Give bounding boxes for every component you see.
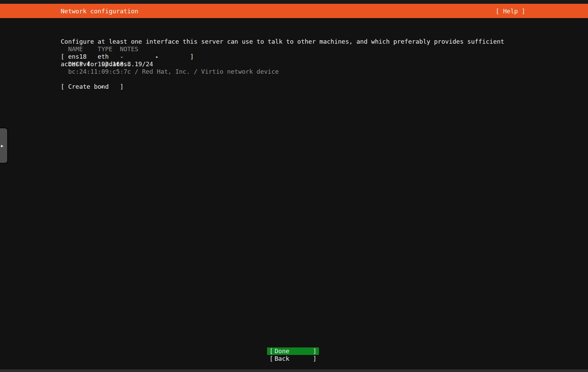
submenu-arrow-icon: ▸ — [101, 83, 104, 90]
hardware-info: bc:24:11:09:c5:7c / Red Hat, Inc. / Virt… — [68, 68, 279, 75]
side-drawer-handle[interactable]: ▶ — [0, 127, 8, 164]
column-header-type: TYPE — [98, 45, 112, 53]
bond-bracket-close: ] — [120, 83, 123, 90]
top-edge-bar — [0, 0, 588, 4]
interface-name: ens18 — [68, 53, 87, 60]
interface-notes: - — [120, 53, 123, 60]
create-bond-button[interactable]: [ Create bond ▸ ] — [61, 83, 75, 90]
interface-type: eth — [98, 53, 109, 60]
table-header-row: NAME TYPE NOTES — [61, 45, 75, 53]
interface-row-ens18[interactable]: [ ens18 eth - ▸ ] — [61, 53, 75, 60]
done-button[interactable]: [ Done ] — [267, 347, 319, 355]
page-title: Network configuration — [61, 8, 138, 15]
drawer-arrow-icon: ▶ — [1, 144, 3, 147]
done-bracket-close: ] — [313, 347, 317, 355]
dhcp-method: DHCPv4 — [68, 60, 90, 68]
bottom-edge-bar — [0, 369, 588, 372]
row-bracket-open: [ — [61, 53, 64, 60]
help-button[interactable]: [ Help ] — [496, 8, 525, 15]
back-button[interactable]: [ Back ] — [267, 355, 319, 362]
dhcp-address: 192.168.8.19/24 — [98, 60, 153, 68]
hardware-info-row: bc:24:11:09:c5:7c / Red Hat, Inc. / Virt… — [61, 68, 75, 75]
intro-line-1: Configure at least one interface this se… — [61, 38, 504, 45]
done-bracket-open: [ — [269, 347, 273, 355]
back-button-label: Back — [275, 355, 289, 362]
bond-bracket-open: [ — [61, 83, 64, 90]
done-button-label: Done — [275, 347, 289, 355]
expand-arrow-icon: ▸ — [156, 53, 158, 60]
installer-screen: Network configuration [ Help ] Configure… — [0, 0, 588, 372]
back-bracket-open: [ — [269, 355, 273, 362]
row-bracket-close: ] — [190, 53, 194, 60]
title-bar: Network configuration [ Help ] — [0, 4, 588, 18]
back-bracket-close: ] — [313, 355, 317, 362]
dhcp-info-row: DHCPv4 192.168.8.19/24 — [61, 60, 75, 68]
column-header-notes: NOTES — [120, 45, 138, 53]
column-header-name: NAME — [68, 45, 83, 53]
